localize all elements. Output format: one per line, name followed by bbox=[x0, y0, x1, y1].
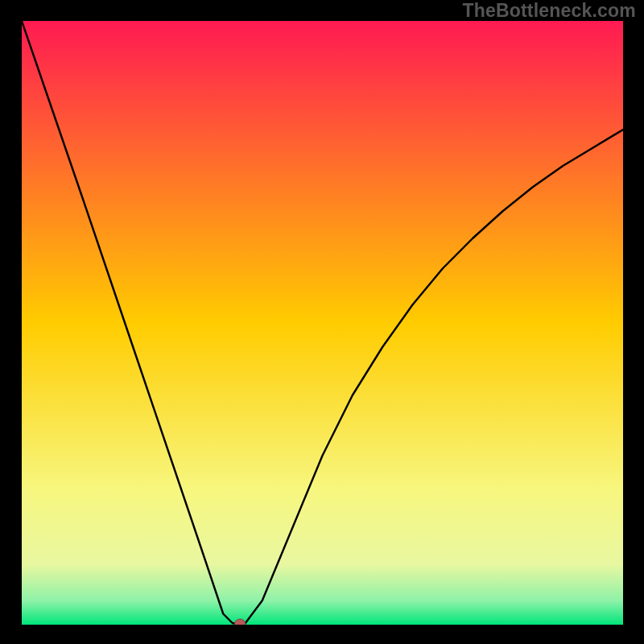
plot-frame bbox=[22, 21, 623, 625]
plot-inner bbox=[22, 21, 623, 625]
watermark-text: TheBottleneck.com bbox=[462, 0, 636, 22]
curve-path bbox=[22, 21, 623, 625]
min-marker bbox=[234, 619, 246, 625]
chart-stage: TheBottleneck.com bbox=[0, 0, 644, 644]
bottleneck-curve bbox=[22, 21, 623, 625]
